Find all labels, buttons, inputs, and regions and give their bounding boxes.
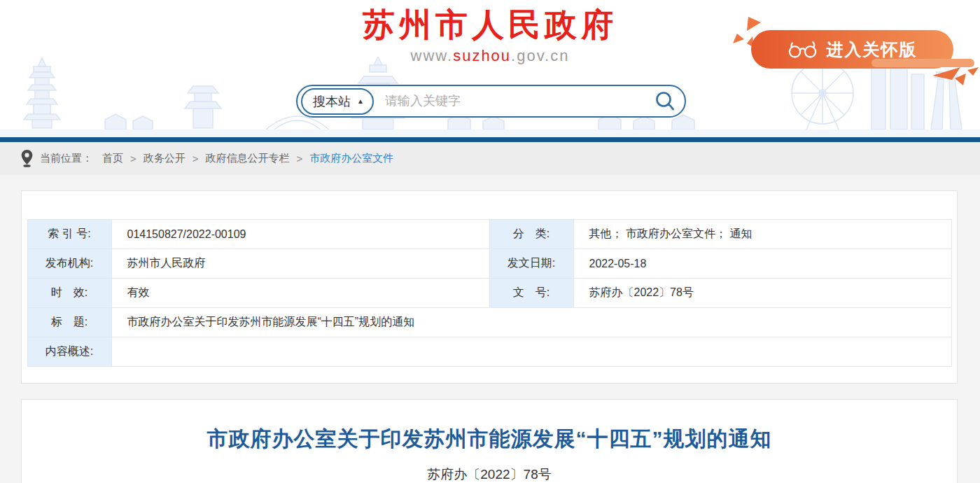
article-doc-number: 苏府办〔2022〕78号 [22,465,957,483]
breadcrumb-separator: > [130,153,136,164]
table-row: 内容概述: [27,337,951,367]
meta-label-agency: 发布机构: [27,249,111,279]
breadcrumb: 当前位置： 首页 > 政务公开 > 政府信息公开专栏 > 市政府办公室文件 [0,142,980,175]
meta-value-index-no: 014150827/2022-00109 [111,220,489,249]
meta-label-summary: 内容概述: [27,337,111,367]
breadcrumb-separator: > [192,153,199,164]
care-version-label: 进入关怀版 [827,38,918,61]
breadcrumb-item-current[interactable]: 市政府办公室文件 [309,152,393,165]
breadcrumb-separator: > [297,153,303,164]
meta-label-pub-date: 发文日期: [489,249,573,279]
meta-label-validity: 时 效: [27,279,111,308]
site-url-suffix: .gov.cn [511,47,569,64]
meta-label-title: 标 题: [27,308,111,337]
site-url-highlight: suzhou [453,47,511,64]
table-row: 发布机构: 苏州市人民政府 发文日期: 2022-05-18 [27,249,951,279]
meta-value-summary [111,337,951,367]
meta-label-doc-no: 文 号: [489,279,573,308]
search-scope-select[interactable]: 搜本站 ▲ [301,88,374,115]
document-article-card: 市政府办公室关于印发苏州市能源发展“十四五”规划的通知 苏府办〔2022〕78号 [21,399,958,483]
article-title: 市政府办公室关于印发苏州市能源发展“十四五”规划的通知 [22,400,957,454]
location-pin-icon [21,150,33,167]
meta-value-validity: 有效 [111,279,489,308]
glasses-icon [788,41,818,59]
document-meta-card: 索 引 号: 014150827/2022-00109 分 类: 其他； 市政府… [21,190,958,384]
chevron-up-icon: ▲ [357,98,364,105]
site-search-bar: 搜本站 ▲ [296,85,686,118]
breadcrumb-item-gov-affairs[interactable]: 政务公开 [144,152,186,165]
meta-label-category: 分 类: [489,220,573,249]
breadcrumb-prefix: 当前位置： [40,152,92,165]
orange-pill-decoration [872,59,974,67]
meta-value-category: 其他； 市政府办公室文件； 通知 [573,220,951,249]
meta-value-title: 市政府办公室关于印发苏州市能源发展“十四五”规划的通知 [111,308,951,337]
table-row: 时 效: 有效 文 号: 苏府办〔2022〕78号 [27,279,951,308]
site-header: 苏州市人民政府 www.suzhou.gov.cn 搜本站 ▲ 进入关怀版 [0,0,980,137]
meta-value-agency: 苏州市人民政府 [111,249,489,279]
meta-label-index-no: 索 引 号: [27,220,111,249]
search-button[interactable] [654,90,676,113]
search-input[interactable] [374,94,654,108]
search-scope-label: 搜本站 [313,93,351,110]
search-icon [654,90,676,111]
site-url-prefix: www. [411,47,454,64]
breadcrumb-item-home[interactable]: 首页 [102,152,123,165]
table-row: 索 引 号: 014150827/2022-00109 分 类: 其他； 市政府… [27,220,951,249]
document-meta-table: 索 引 号: 014150827/2022-00109 分 类: 其他； 市政府… [27,219,952,367]
breadcrumb-item-info-disclosure[interactable]: 政府信息公开专栏 [206,152,290,165]
meta-value-pub-date: 2022-05-18 [573,249,951,279]
meta-value-doc-no: 苏府办〔2022〕78号 [573,279,951,308]
paper-plane-decoration [932,67,979,88]
header-divider-bar [0,137,980,142]
table-row: 标 题: 市政府办公室关于印发苏州市能源发展“十四五”规划的通知 [27,308,951,337]
